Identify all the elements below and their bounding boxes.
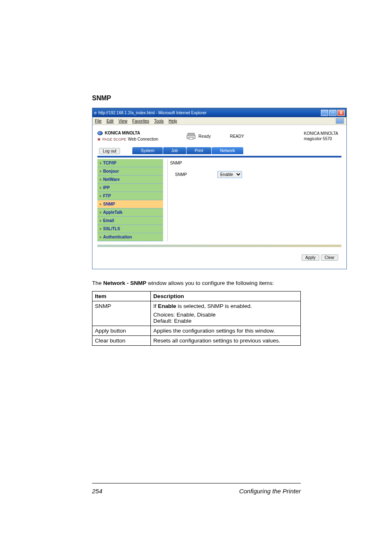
triangle-icon	[100, 211, 101, 214]
web-connection-label: Web Connection	[128, 137, 158, 141]
apply-button[interactable]: Apply	[302, 254, 319, 261]
status-block: Ready READY	[186, 132, 244, 140]
triangle-icon	[100, 187, 101, 189]
menu-edit[interactable]: Edit	[106, 119, 113, 123]
menu-favorites[interactable]: Favorites	[132, 119, 149, 123]
triangle-icon	[100, 203, 101, 206]
triangle-icon	[100, 170, 101, 173]
triangle-icon	[100, 220, 101, 222]
pagescope-icon: ▣	[97, 137, 101, 141]
th-description: Description	[151, 291, 301, 301]
sidebar-item-label: Authentication	[103, 235, 132, 239]
model-block: KONICA MINOLTA magicolor 5570	[304, 131, 341, 141]
tab-print[interactable]: Print	[187, 147, 212, 154]
sidebar-item-email[interactable]: Email	[97, 217, 163, 225]
page-content: KONICA MINOLTA ▣ PAGE SCOPE Web Connecti…	[92, 125, 346, 269]
km-logo-icon	[97, 131, 103, 135]
window-minimize-button[interactable]: _	[321, 110, 328, 116]
footer-gradient-bar	[97, 245, 341, 247]
tab-job[interactable]: Job	[163, 147, 186, 154]
sidebar-item-label: IPP	[103, 185, 110, 190]
triangle-icon	[100, 236, 101, 238]
sidebar-item-ipp[interactable]: IPP	[97, 184, 163, 192]
brand-text: KONICA MINOLTA	[105, 131, 140, 135]
browser-body: KONICA MINOLTA ▣ PAGE SCOPE Web Connecti…	[92, 125, 346, 269]
snmp-select[interactable]: EnableDisable	[217, 171, 242, 178]
window-maximize-button[interactable]: □	[329, 110, 337, 116]
tab-bar: System Job Print Network	[132, 147, 243, 154]
page-number: 254	[92, 488, 102, 495]
menu-file[interactable]: File	[95, 119, 101, 123]
sidebar-item-label: TCP/IP	[103, 161, 116, 165]
th-item: Item	[92, 291, 151, 301]
sidebar-item-netware[interactable]: NetWare	[97, 176, 163, 184]
section-heading: SNMP	[92, 95, 300, 102]
cell-item: Clear button	[92, 336, 151, 346]
table-header-row: Item Description	[92, 291, 301, 301]
snmp-field-label: SNMP	[175, 172, 187, 177]
sidebar-item-label: Email	[103, 218, 114, 223]
browser-window: e http://192.168.1.2/a_index.html - Micr…	[92, 108, 347, 269]
sidebar-item-label: Bonjour	[103, 169, 119, 173]
table-row: Clear button Resets all configuration se…	[92, 336, 301, 346]
sidebar: TCP/IPBonjourNetWareIPPFTPSNMPAppleTalkE…	[97, 159, 163, 241]
cell-desc: If Enable is selected, SNMP is enabled. …	[151, 301, 301, 326]
ie-icon: e	[94, 110, 97, 115]
brand-row: KONICA MINOLTA	[97, 131, 169, 135]
choices-line: Choices: Enable, Disable	[153, 312, 298, 318]
caption-text: The Network - SNMP window allows you to …	[92, 280, 300, 286]
main-panel: TCP/IPBonjourNetWareIPPFTPSNMPAppleTalkE…	[96, 157, 343, 243]
menu-bar: File Edit View Favorites Tools Help	[92, 117, 346, 125]
menu-tools[interactable]: Tools	[154, 119, 164, 123]
table-row: Apply button Applies the configuration s…	[92, 326, 301, 336]
header-area: KONICA MINOLTA ▣ PAGE SCOPE Web Connecti…	[96, 127, 343, 141]
sidebar-item-label: SSL/TLS	[103, 227, 120, 231]
sidebar-item-authentication[interactable]: Authentication	[97, 233, 163, 241]
page-footer: 254 Configuring the Printer	[92, 483, 301, 495]
pagescope-small: PAGE SCOPE	[102, 137, 126, 141]
ie-throbber-icon	[336, 118, 344, 124]
default-line: Default: Enable	[153, 318, 298, 324]
sidebar-item-label: AppleTalk	[103, 210, 122, 215]
model-line2: magicolor 5570	[304, 136, 338, 141]
window-titlebar: e http://192.168.1.2/a_index.html - Micr…	[92, 108, 346, 117]
clear-button[interactable]: Clear	[321, 254, 338, 261]
footer-section-title: Configuring the Printer	[239, 488, 301, 495]
tab-network[interactable]: Network	[212, 147, 243, 154]
menu-help[interactable]: Help	[168, 119, 177, 123]
tab-system[interactable]: System	[132, 147, 162, 154]
window-close-button[interactable]: X	[337, 110, 345, 116]
content-pane: SNMP SNMP EnableDisable	[167, 159, 341, 241]
toolbar-row: Log out System Job Print Network	[96, 141, 343, 156]
triangle-icon	[100, 195, 101, 197]
cell-desc: Resets all configuration settings to pre…	[151, 336, 301, 346]
triangle-icon	[100, 228, 101, 230]
sidebar-item-label: FTP	[103, 194, 111, 198]
triangle-icon	[100, 178, 101, 181]
pane-title: SNMP	[170, 161, 339, 165]
printer-icon	[186, 132, 196, 140]
sidebar-item-label: NetWare	[103, 177, 120, 182]
sidebar-item-snmp[interactable]: SNMP	[97, 200, 163, 208]
cell-desc: Applies the configuration settings for t…	[151, 326, 301, 336]
apply-row: Apply Clear	[96, 249, 343, 266]
menu-view[interactable]: View	[118, 119, 127, 123]
table-row: SNMP If Enable is selected, SNMP is enab…	[92, 301, 301, 326]
sidebar-item-appletalk[interactable]: AppleTalk	[97, 208, 163, 217]
sidebar-item-ssl-tls[interactable]: SSL/TLS	[97, 225, 163, 233]
model-line1: KONICA MINOLTA	[304, 131, 338, 136]
logout-button[interactable]: Log out	[99, 148, 120, 154]
sidebar-item-tcp-ip[interactable]: TCP/IP	[97, 159, 163, 167]
description-table: Item Description SNMP If Enable is selec…	[92, 291, 301, 346]
sidebar-item-label: SNMP	[103, 202, 115, 206]
sidebar-item-bonjour[interactable]: Bonjour	[97, 167, 163, 176]
ready-label: Ready	[198, 134, 211, 139]
snmp-field-row: SNMP EnableDisable	[170, 171, 339, 178]
ready-status: READY	[230, 134, 244, 139]
pagescope-row: ▣ PAGE SCOPE Web Connection	[97, 137, 169, 141]
brand-block: KONICA MINOLTA ▣ PAGE SCOPE Web Connecti…	[97, 131, 169, 141]
svg-rect-2	[189, 137, 193, 139]
sidebar-item-ftp[interactable]: FTP	[97, 192, 163, 200]
cell-item: SNMP	[92, 301, 151, 326]
cell-item: Apply button	[92, 326, 151, 336]
